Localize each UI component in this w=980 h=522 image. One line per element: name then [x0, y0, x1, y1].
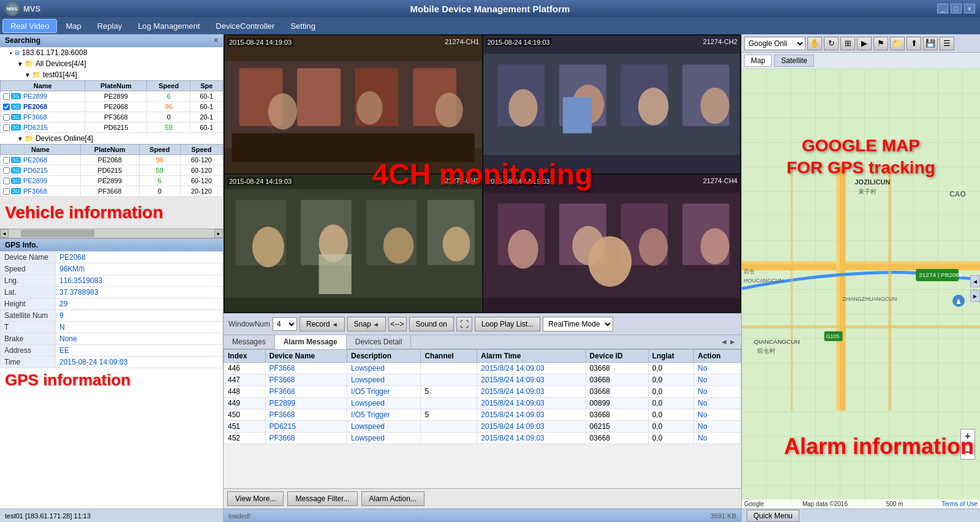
- alarm-table-row[interactable]: 451PD6215Lowspeed2015/8/24 14:09:0306215…: [224, 421, 741, 433]
- alarm-table-row[interactable]: 448PF3668I/O5 Trigger52015/8/24 14:09:03…: [224, 386, 741, 398]
- device-checkbox-2[interactable]: [3, 114, 10, 121]
- menu-log-management[interactable]: Log Management: [130, 20, 207, 32]
- online-checkbox-2[interactable]: [3, 178, 10, 184]
- gps-value-lng: 116.3519083: [56, 275, 223, 287]
- window-controls[interactable]: _ □ ×: [937, 4, 975, 13]
- tab-alarm-message[interactable]: Alarm Message: [275, 335, 347, 349]
- table-row[interactable]: 3GPF3668 PF3668 0 20-120: [1, 186, 223, 197]
- quick-menu-btn[interactable]: Quick Menu: [747, 510, 799, 522]
- map-flag-btn[interactable]: ⚑: [873, 37, 888, 50]
- online-checkbox-0[interactable]: [3, 157, 10, 164]
- tree-close-btn[interactable]: ×: [214, 36, 218, 45]
- map-gps-line2: FOR GPS tracking: [786, 158, 935, 177]
- main-layout: Searching × ▪ 🖥 183.61.171.28:6008 ▼ 📁 A…: [0, 34, 980, 522]
- view-more-btn[interactable]: View More...: [227, 491, 284, 506]
- window-num-label: WindowNum: [228, 320, 270, 328]
- map-save-btn[interactable]: 💾: [923, 37, 938, 50]
- table-row[interactable]: 3GPE2899 PE2899 6 60-1: [1, 91, 223, 102]
- menu-bar: Real Video Map Replay Log Management Dev…: [0, 17, 980, 34]
- tab-next-icon[interactable]: ►: [729, 338, 736, 346]
- gps-value-device-name: PE2068: [56, 252, 223, 263]
- video-cell-ch3[interactable]: 2015-08-24 14:19:03 21274-CH3: [225, 175, 482, 312]
- menu-replay[interactable]: Replay: [90, 20, 129, 32]
- gps-header: GPS Info.: [0, 239, 223, 251]
- video-cell-ch1[interactable]: 2015-08-24 14:19:03 21274-CH1: [225, 36, 482, 173]
- map-layers-btn[interactable]: ⊞: [840, 37, 855, 50]
- map-folder-btn[interactable]: 📁: [890, 37, 905, 50]
- online-checkbox-1[interactable]: [3, 167, 10, 174]
- alarm-table-row[interactable]: 446PF3668Lowspeed2015/8/24 14:09:0303668…: [224, 363, 741, 374]
- mode-select[interactable]: RealTime Mode Playback Mode: [543, 317, 613, 331]
- test01-row[interactable]: ▼ 📁 test01[4/4]: [0, 69, 223, 80]
- map-tab-map[interactable]: Map: [744, 55, 772, 67]
- device-checkbox-0[interactable]: [3, 93, 10, 100]
- video-cell-ch4[interactable]: 2015-08-24 14:19:03 21274-CH4: [483, 175, 741, 312]
- vehicle-info-label: Vehicle information: [0, 197, 223, 229]
- menu-icon: ☰: [943, 39, 951, 48]
- online-checkbox-3[interactable]: [3, 188, 10, 195]
- menu-real-video[interactable]: Real Video: [2, 19, 57, 33]
- scroll-thumb[interactable]: [21, 230, 94, 237]
- minimize-btn[interactable]: _: [937, 4, 948, 13]
- table-row[interactable]: 3GPD6215 PD6215 59 60-1: [1, 123, 223, 133]
- alarm-table-row[interactable]: 447PF3668Lowspeed2015/8/24 14:09:0303668…: [224, 374, 741, 386]
- all-devices-row[interactable]: ▼ 📁 All Devices[4/4]: [0, 58, 223, 69]
- alarm-cell-lnglat: 0,0: [648, 421, 694, 433]
- alarm-table-row[interactable]: 450PF3668I/O5 Trigger52015/8/24 14:09:03…: [224, 409, 741, 421]
- close-btn[interactable]: ×: [964, 4, 975, 13]
- video-timestamp-ch3: 2015-08-24 14:19:03: [227, 177, 293, 186]
- tree-header: Searching ×: [0, 34, 223, 47]
- col-device-id: Device ID: [586, 350, 648, 363]
- sidebar-expand-btn-down[interactable]: ►: [970, 290, 980, 302]
- map-cursor-icon-btn[interactable]: ✋: [807, 37, 822, 50]
- tab-messages[interactable]: Messages: [224, 335, 275, 349]
- map-refresh-btn[interactable]: ↻: [824, 37, 839, 50]
- map-provider-select[interactable]: Google Onli OpenStreet: [744, 37, 805, 50]
- sound-btn[interactable]: Sound on: [409, 317, 454, 331]
- tab-devices-detail[interactable]: Devices Detail: [347, 335, 412, 349]
- maximize-btn[interactable]: □: [951, 4, 962, 13]
- menu-device-controller[interactable]: DeviceController: [208, 20, 282, 32]
- menu-setting[interactable]: Setting: [283, 20, 322, 32]
- alarm-action-btn[interactable]: Alarm Action...: [361, 491, 424, 506]
- alarm-table-row[interactable]: 452PF3668Lowspeed2015/8/24 14:09:0303668…: [224, 433, 741, 444]
- scroll-area[interactable]: ◄ ►: [0, 229, 223, 238]
- online-devices-row[interactable]: ▼ 📁 Devices Online[4]: [0, 133, 223, 144]
- table-row[interactable]: 3GPE2068 PE2068 96 60-1: [1, 102, 223, 112]
- scroll-right-btn[interactable]: ►: [214, 229, 223, 238]
- svg-rect-45: [840, 167, 846, 411]
- loop-play-btn[interactable]: Loop Play List...: [475, 317, 540, 331]
- map-view[interactable]: JOZILICUN 束子村 CAO QIANCANGCUN 前仓村 后仓 HOU…: [742, 69, 980, 509]
- device-checkbox-3[interactable]: [3, 124, 10, 131]
- svg-point-42: [588, 236, 631, 287]
- map-export-btn[interactable]: ⬆: [907, 37, 921, 50]
- zoom-in-btn[interactable]: +: [960, 429, 975, 444]
- menu-map[interactable]: Map: [58, 20, 88, 32]
- alarm-table-row[interactable]: 449PE2899Lowspeed2015/8/24 14:09:0300899…: [224, 398, 741, 409]
- window-num-select[interactable]: 4 1 9 16: [273, 317, 297, 331]
- map-menu-btn[interactable]: ☰: [940, 37, 954, 50]
- tab-prev-icon[interactable]: ◄: [720, 338, 728, 346]
- arrow-btn[interactable]: <-->: [388, 317, 407, 331]
- table-row[interactable]: 3GPE2899 PE2899 6 60-120: [1, 176, 223, 186]
- device-checkbox-1[interactable]: [3, 104, 10, 110]
- message-filter-btn[interactable]: Message Filter...: [287, 491, 357, 506]
- zoom-out-btn[interactable]: −: [960, 445, 975, 460]
- arrow-label: <-->: [391, 320, 404, 328]
- alarm-cell-index: 451: [224, 421, 266, 433]
- fullscreen-btn[interactable]: ⛶: [456, 317, 472, 331]
- record-btn[interactable]: Record ◄: [300, 317, 345, 331]
- video-cell-ch2[interactable]: 2015-08-24 14:19:03 21274-CH2: [483, 36, 741, 173]
- table-row[interactable]: 3GPD6215 PD6215 59 60-120: [1, 165, 223, 176]
- table-row[interactable]: 3GPF3668 PF3668 0 20-1: [1, 112, 223, 123]
- scroll-left-btn[interactable]: ◄: [0, 229, 9, 238]
- table-row[interactable]: 3GPE2068 PE2068 96 60-120: [1, 155, 223, 165]
- snap-btn[interactable]: Snap ◄: [347, 317, 386, 331]
- server-row[interactable]: ▪ 🖥 183.61.171.28:6008: [0, 47, 223, 58]
- map-play-btn[interactable]: ▶: [857, 37, 872, 50]
- map-tab-satellite[interactable]: Satellite: [774, 55, 814, 67]
- alarm-cell-lnglat: 0,0: [648, 409, 694, 421]
- alarm-cell-lnglat: 0,0: [648, 433, 694, 444]
- sidebar-expand-btn-up[interactable]: ◄: [970, 275, 980, 287]
- terms-link[interactable]: Terms of Use: [941, 501, 978, 507]
